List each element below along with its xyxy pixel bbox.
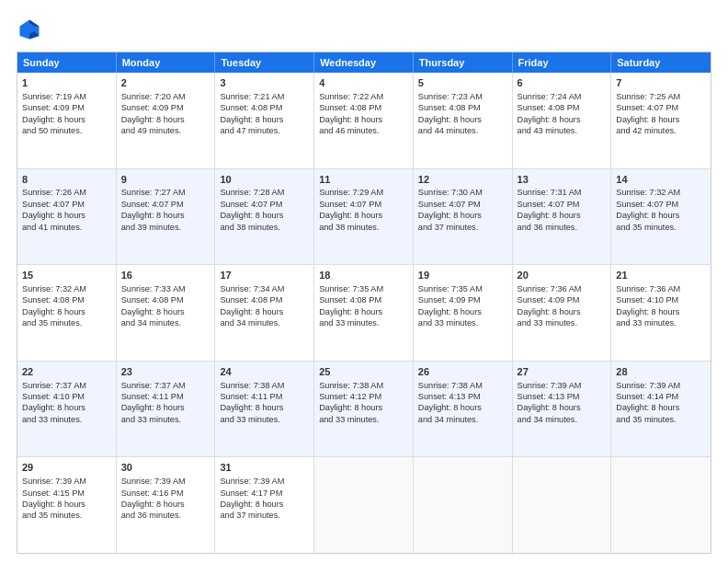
day-detail: and 37 minutes.: [418, 222, 507, 233]
day-detail: and 35 minutes.: [22, 317, 111, 328]
day-detail: Sunrise: 7:37 AM: [121, 380, 210, 391]
day-detail: Sunrise: 7:39 AM: [220, 476, 309, 487]
day-number: 5: [418, 76, 507, 90]
day-detail: Sunset: 4:07 PM: [319, 199, 408, 210]
day-detail: Sunset: 4:11 PM: [121, 391, 210, 402]
day-number: 25: [319, 365, 408, 379]
day-detail: and 34 minutes.: [220, 317, 309, 328]
day-number: 4: [319, 76, 408, 90]
day-detail: Sunrise: 7:21 AM: [220, 91, 309, 102]
day-detail: Sunrise: 7:39 AM: [616, 380, 706, 391]
day-detail: Daylight: 8 hours: [121, 210, 210, 221]
day-detail: Sunrise: 7:31 AM: [518, 187, 607, 198]
day-detail: and 33 minutes.: [616, 317, 706, 328]
day-detail: Daylight: 8 hours: [220, 499, 309, 510]
day-number: 3: [220, 76, 309, 90]
day-detail: Sunrise: 7:22 AM: [319, 91, 408, 102]
day-detail: Sunset: 4:10 PM: [22, 391, 111, 402]
day-detail: Sunrise: 7:38 AM: [418, 380, 507, 391]
day-cell-25: 25Sunrise: 7:38 AMSunset: 4:12 PMDayligh…: [314, 362, 414, 457]
day-detail: and 46 minutes.: [319, 125, 408, 136]
calendar-body: 1Sunrise: 7:19 AMSunset: 4:09 PMDaylight…: [17, 73, 711, 553]
day-number: 10: [220, 173, 309, 187]
day-detail: and 35 minutes.: [22, 510, 111, 521]
day-cell-21: 21Sunrise: 7:36 AMSunset: 4:10 PMDayligh…: [611, 265, 711, 361]
day-number: 14: [616, 173, 706, 187]
day-detail: Sunrise: 7:23 AM: [418, 91, 507, 102]
day-cell-10: 10Sunrise: 7:28 AMSunset: 4:07 PMDayligh…: [215, 169, 314, 265]
header-day-monday: Monday: [117, 52, 216, 73]
day-cell-20: 20Sunrise: 7:36 AMSunset: 4:09 PMDayligh…: [513, 265, 612, 361]
day-detail: Daylight: 8 hours: [616, 210, 706, 221]
day-detail: Daylight: 8 hours: [22, 306, 111, 317]
day-cell-28: 28Sunrise: 7:39 AMSunset: 4:14 PMDayligh…: [611, 362, 711, 457]
calendar-row-3: 22Sunrise: 7:37 AMSunset: 4:10 PMDayligh…: [17, 362, 711, 458]
day-number: 20: [518, 269, 607, 282]
day-detail: Sunset: 4:07 PM: [418, 199, 507, 210]
day-cell-19: 19Sunrise: 7:35 AMSunset: 4:09 PMDayligh…: [414, 265, 513, 361]
day-detail: Sunset: 4:07 PM: [22, 199, 111, 210]
day-detail: Sunset: 4:08 PM: [319, 294, 408, 305]
day-cell-17: 17Sunrise: 7:34 AMSunset: 4:08 PMDayligh…: [215, 265, 314, 361]
day-detail: Daylight: 8 hours: [319, 210, 408, 221]
day-detail: Daylight: 8 hours: [22, 402, 111, 413]
day-detail: Sunset: 4:15 PM: [22, 488, 111, 499]
day-detail: Sunrise: 7:24 AM: [518, 91, 607, 102]
day-detail: Daylight: 8 hours: [22, 210, 111, 221]
day-number: 2: [121, 76, 210, 90]
day-cell-6: 6Sunrise: 7:24 AMSunset: 4:08 PMDaylight…: [513, 73, 612, 168]
day-detail: Sunrise: 7:36 AM: [616, 283, 706, 294]
day-detail: Daylight: 8 hours: [220, 114, 309, 125]
day-number: 30: [121, 461, 210, 475]
day-detail: and 38 minutes.: [220, 222, 309, 233]
day-number: 17: [220, 269, 309, 282]
day-detail: Daylight: 8 hours: [220, 210, 309, 221]
day-number: 28: [616, 365, 706, 379]
day-cell-5: 5Sunrise: 7:23 AMSunset: 4:08 PMDaylight…: [414, 73, 513, 168]
day-number: 29: [22, 461, 111, 475]
day-detail: Sunset: 4:12 PM: [319, 391, 408, 402]
day-number: 27: [518, 365, 607, 379]
day-detail: and 37 minutes.: [220, 510, 309, 521]
calendar-header: SundayMondayTuesdayWednesdayThursdayFrid…: [17, 52, 711, 73]
day-number: 19: [418, 269, 507, 282]
day-detail: Sunset: 4:07 PM: [121, 199, 210, 210]
day-detail: Sunset: 4:16 PM: [121, 488, 210, 499]
day-detail: and 44 minutes.: [418, 125, 507, 136]
day-detail: Daylight: 8 hours: [418, 114, 507, 125]
day-detail: Sunset: 4:11 PM: [220, 391, 309, 402]
day-cell-9: 9Sunrise: 7:27 AMSunset: 4:07 PMDaylight…: [117, 169, 216, 265]
day-number: 12: [418, 173, 507, 187]
day-number: 26: [418, 365, 507, 379]
day-detail: Daylight: 8 hours: [121, 499, 210, 510]
day-detail: Sunset: 4:09 PM: [518, 294, 607, 305]
calendar-row-4: 29Sunrise: 7:39 AMSunset: 4:15 PMDayligh…: [17, 457, 711, 553]
day-cell-29: 29Sunrise: 7:39 AMSunset: 4:15 PMDayligh…: [17, 457, 117, 553]
header-day-tuesday: Tuesday: [215, 52, 314, 73]
day-cell-14: 14Sunrise: 7:32 AMSunset: 4:07 PMDayligh…: [611, 169, 711, 265]
calendar-row-0: 1Sunrise: 7:19 AMSunset: 4:09 PMDaylight…: [17, 73, 711, 169]
day-detail: Sunrise: 7:39 AM: [22, 476, 111, 487]
day-detail: Sunset: 4:09 PM: [22, 102, 111, 113]
day-detail: and 33 minutes.: [418, 317, 507, 328]
day-number: 6: [518, 76, 607, 90]
day-number: 11: [319, 173, 408, 187]
day-detail: Daylight: 8 hours: [518, 210, 607, 221]
day-detail: and 33 minutes.: [319, 317, 408, 328]
day-detail: and 50 minutes.: [22, 125, 111, 136]
day-number: 24: [220, 365, 309, 379]
header-day-friday: Friday: [513, 52, 612, 73]
day-cell-12: 12Sunrise: 7:30 AMSunset: 4:07 PMDayligh…: [414, 169, 513, 265]
day-number: 23: [121, 365, 210, 379]
day-cell-22: 22Sunrise: 7:37 AMSunset: 4:10 PMDayligh…: [17, 362, 117, 457]
day-detail: and 36 minutes.: [121, 510, 210, 521]
day-detail: and 34 minutes.: [518, 414, 607, 425]
day-number: 13: [518, 173, 607, 187]
day-detail: and 36 minutes.: [518, 222, 607, 233]
day-detail: Sunrise: 7:32 AM: [22, 283, 111, 294]
day-detail: and 33 minutes.: [319, 414, 408, 425]
day-detail: Daylight: 8 hours: [418, 210, 507, 221]
day-detail: Sunset: 4:08 PM: [22, 294, 111, 305]
day-detail: Daylight: 8 hours: [616, 114, 706, 125]
empty-cell: [314, 457, 414, 553]
